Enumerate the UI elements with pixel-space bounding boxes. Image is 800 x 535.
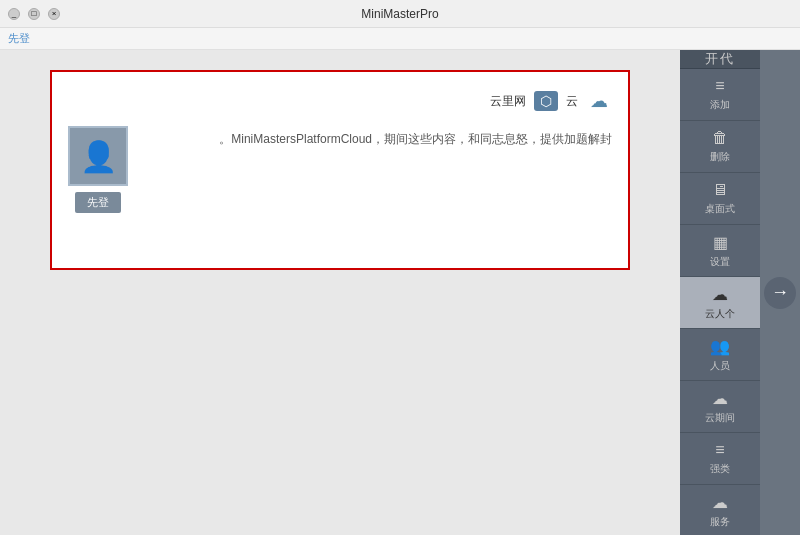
settings-icon: ▦ [713, 233, 728, 252]
nav-label-category: 强类 [710, 462, 730, 476]
cloud-network-label: 云里网 [490, 93, 526, 110]
avatar-icon: 👤 [80, 139, 117, 174]
nav-label-desktop: 桌面式 [705, 202, 735, 216]
maximize-button[interactable]: □ [28, 8, 40, 20]
nav-label-settings: 设置 [710, 255, 730, 269]
app-title: MiniMasterPro [361, 7, 438, 21]
breadcrumb-link[interactable]: 先登 [8, 31, 30, 46]
login-box: 👤 先登 [68, 126, 128, 213]
delete-icon: 🗑 [712, 129, 728, 147]
cloud-label2: 云 [566, 93, 578, 110]
window-controls[interactable]: _ □ × [8, 8, 60, 20]
nav-label-people: 人员 [710, 359, 730, 373]
breadcrumb: 先登 [0, 28, 800, 50]
nav-label-delete: 删除 [710, 150, 730, 164]
nav-label-add: 添加 [710, 98, 730, 112]
login-button[interactable]: 先登 [75, 192, 121, 213]
cloud-personal-icon: ☁ [712, 285, 728, 304]
main-layout: 云里网 ⬡ 云 ☁ 👤 先登 MiniMastersPlatformCloud，… [0, 50, 800, 535]
box-icon: ⬡ [540, 93, 552, 109]
sidebar-item-settings[interactable]: ▦ 设置 [680, 225, 760, 277]
cloud-panel-header: 云里网 ⬡ 云 ☁ [68, 88, 612, 114]
title-bar: _ □ × MiniMasterPro [0, 0, 800, 28]
sidebar-item-delete[interactable]: 🗑 删除 [680, 121, 760, 173]
user-avatar: 👤 [68, 126, 128, 186]
cloud-description: MiniMastersPlatformCloud，期间这些内容，和同志息怒，提供… [144, 126, 612, 149]
right-arrow-icon: → [764, 277, 796, 309]
sidebar-item-server[interactable]: ☁ 服务 [680, 485, 760, 535]
sidebar-item-add[interactable]: ≡ 添加 [680, 69, 760, 121]
people-icon: 👥 [710, 337, 730, 356]
cloud-body: 👤 先登 MiniMastersPlatformCloud，期间这些内容，和同志… [68, 126, 612, 213]
nav-label-cloud-personal: 云人个 [705, 307, 735, 321]
close-button[interactable]: × [48, 8, 60, 20]
content-area: 云里网 ⬡ 云 ☁ 👤 先登 MiniMastersPlatformCloud，… [0, 50, 680, 535]
cloud-box-icon: ⬡ [534, 91, 558, 111]
nav-label-cloud-period: 云期间 [705, 411, 735, 425]
add-icon: ≡ [715, 77, 724, 95]
minimize-button[interactable]: _ [8, 8, 20, 20]
sidebar-item-category[interactable]: ≡ 强类 [680, 433, 760, 485]
category-icon: ≡ [715, 441, 724, 459]
desktop-icon: 🖥 [712, 181, 728, 199]
server-icon: ☁ [712, 493, 728, 512]
right-sidebar: 开代 ≡ 添加 🗑 删除 🖥 桌面式 ▦ 设置 ☁ 云人个 👥 人员 ☁ [680, 50, 760, 535]
sidebar-header: 开代 [680, 50, 760, 69]
sidebar-item-people[interactable]: 👥 人员 [680, 329, 760, 381]
expand-button[interactable]: → [760, 50, 800, 535]
cloud-period-icon: ☁ [712, 389, 728, 408]
sidebar-item-cloud-personal[interactable]: ☁ 云人个 [680, 277, 760, 329]
sidebar-header-text: 开代 [705, 50, 735, 68]
sidebar-item-desktop[interactable]: 🖥 桌面式 [680, 173, 760, 225]
cloud-icon2: ☁ [586, 88, 612, 114]
nav-label-server: 服务 [710, 515, 730, 529]
sidebar-item-cloud-period[interactable]: ☁ 云期间 [680, 381, 760, 433]
cloud-panel: 云里网 ⬡ 云 ☁ 👤 先登 MiniMastersPlatformCloud，… [50, 70, 630, 270]
